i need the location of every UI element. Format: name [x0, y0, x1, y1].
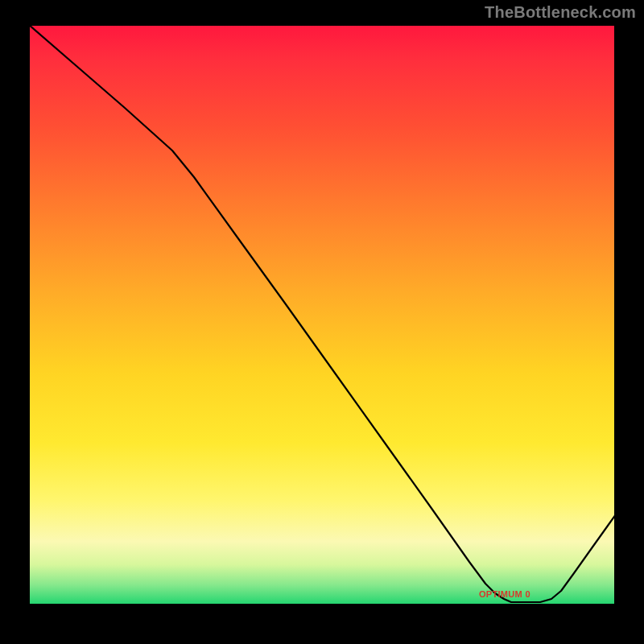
optimum-label: OPTIMUM 0 — [479, 589, 530, 599]
attribution-text: TheBottleneck.com — [485, 3, 636, 22]
plot-area: OPTIMUM 0 — [28, 24, 616, 605]
bottleneck-curve — [28, 24, 616, 605]
chart-stage: TheBottleneck.com OPTIMUM 0 — [0, 0, 644, 644]
curve-path — [28, 24, 616, 602]
